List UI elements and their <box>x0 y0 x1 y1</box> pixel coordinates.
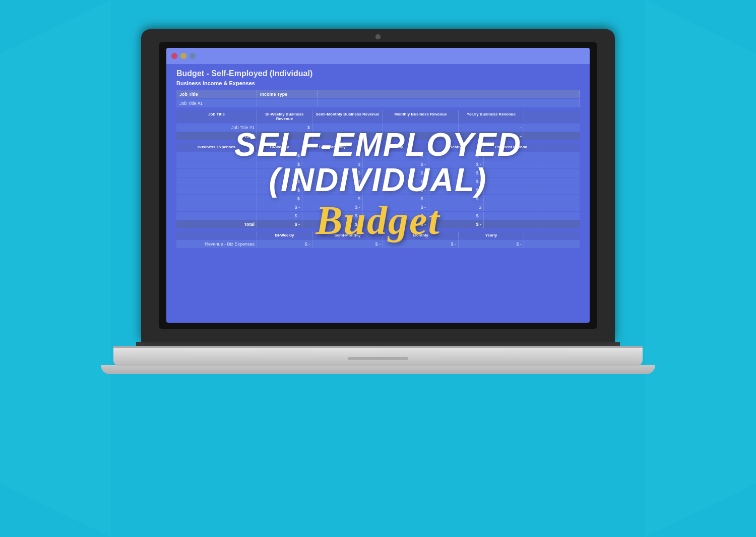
exp-total-label: Total <box>176 220 257 228</box>
rev-col-yearly: Yearly Business Revenue <box>459 110 524 123</box>
exp-col-yearly: Yearly <box>428 143 484 151</box>
exp-col-semimonthly: Semi-Monthly <box>302 143 363 151</box>
exp-row-8: $ -$ -$ -$ - <box>176 212 580 220</box>
net-col-biweekly: Bi-Weekly <box>257 231 312 239</box>
exp-total-yearly: $ - <box>428 220 484 228</box>
exp-col-method: Payment Method <box>484 143 539 151</box>
income-empty <box>318 99 580 107</box>
expenses-section: Business Expenses Bi-Weekly Semi-Monthly… <box>176 143 580 228</box>
exp-total-monthly: $ - <box>363 220 428 228</box>
net-col-yearly: Yearly <box>459 231 524 239</box>
expenses-total-row: Total $ - $ - $ - $ - <box>176 220 580 228</box>
exp-col-biweekly: Bi-Weekly <box>257 143 302 151</box>
rev-monthly-1 <box>383 124 459 132</box>
income-job-title: Job Title #1 <box>176 99 257 107</box>
exp-col-expense: Business Expenses <box>176 143 257 151</box>
laptop-hinge <box>136 342 620 346</box>
laptop-base <box>113 346 643 366</box>
trackpad-notch <box>348 357 408 360</box>
net-col-semimonthly: Semi-Monthly <box>312 231 383 239</box>
exp-total-method <box>484 220 539 228</box>
laptop-foot <box>101 365 655 374</box>
net-yearly: $ - <box>459 240 524 248</box>
rev-total-yearly: - <box>459 132 524 140</box>
rev-total-biweekly: $ <box>257 132 312 140</box>
laptop-screen: Budget - Self-Employed (Individual) Busi… <box>166 48 590 323</box>
rev-total-semimonthly <box>312 132 383 140</box>
rev-total-label: Total <box>176 132 257 140</box>
laptop-lid: Budget - Self-Employed (Individual) Busi… <box>141 29 615 342</box>
exp-row-4: $$$ -$ - <box>176 177 580 186</box>
exp-row-6: $$$ -$ - <box>176 195 580 203</box>
net-semimonthly: $ - <box>312 240 383 248</box>
net-header: Bi-Weekly Semi-Monthly Monthly Yearly <box>176 231 580 239</box>
spreadsheet-subtitle: Business Income & Expenses <box>176 80 580 86</box>
exp-row-7: $ -$ -$ -$ <box>176 203 580 211</box>
spreadsheet-content: Budget - Self-Employed (Individual) Busi… <box>166 64 590 254</box>
revenue-data-row-1: Job Title #1 $ - <box>176 124 580 132</box>
browser-chrome <box>166 48 590 64</box>
browser-dot-close[interactable] <box>171 53 177 59</box>
income-type-val <box>257 99 318 107</box>
left-panel <box>0 0 111 537</box>
exp-row-3: $$$ -$ - <box>176 169 580 177</box>
exp-col-monthly: Monthly <box>363 143 428 151</box>
browser-dot-minimize[interactable] <box>180 53 186 59</box>
rev-job-1: Job Title #1 <box>176 124 257 132</box>
rev-col-biweekly: Bi-Weekly Business Revenue <box>257 110 312 123</box>
net-data-row: Revenue - Biz Expenses $ - $ - $ - $ - <box>176 240 580 248</box>
revenue-total-row: Total $ - <box>176 132 580 140</box>
laptop-scene: Budget - Self-Employed (Individual) Busi… <box>101 29 655 508</box>
revenue-section: Job Title Bi-Weekly Business Revenue Sem… <box>176 110 580 140</box>
exp-total-semimonthly: $ - <box>302 220 363 228</box>
net-biweekly: $ - <box>257 240 312 248</box>
rev-yearly-1: - <box>459 124 524 132</box>
exp-row-2: $$$ -$ - <box>176 160 580 168</box>
rev-col-semimonthly: Semi-Monthly Business Revenue <box>312 110 383 123</box>
income-data-row: Job Title #1 <box>176 99 580 107</box>
exp-total-biweekly: $ - <box>257 220 302 228</box>
right-panel <box>645 0 756 537</box>
revenue-header: Job Title Bi-Weekly Business Revenue Sem… <box>176 110 580 123</box>
webcam <box>375 34 381 39</box>
expenses-header: Business Expenses Bi-Weekly Semi-Monthly… <box>176 143 580 151</box>
exp-row-5: $$$ -$ - <box>176 186 580 194</box>
net-section: Bi-Weekly Semi-Monthly Monthly Yearly Re… <box>176 231 580 248</box>
net-label: Revenue - Biz Expenses <box>176 240 257 248</box>
exp-row-1: $$$ -$ - <box>176 152 580 160</box>
income-col-job: Job Title <box>176 90 257 98</box>
spreadsheet-title: Budget - Self-Employed (Individual) <box>176 69 580 78</box>
rev-col-job: Job Title <box>176 110 257 123</box>
rev-biweekly-1: $ <box>257 124 312 132</box>
net-col-monthly: Monthly <box>383 231 459 239</box>
rev-col-monthly: Monthly Business Revenue <box>383 110 459 123</box>
net-col-empty <box>176 231 257 239</box>
net-monthly: $ - <box>383 240 459 248</box>
income-header-row: Job Title Income Type <box>176 90 580 98</box>
income-col-type: Income Type <box>257 90 318 98</box>
rev-semimonthly-1 <box>312 124 383 132</box>
income-col-empty <box>318 90 580 98</box>
rev-total-monthly <box>383 132 459 140</box>
screen-bezel: Budget - Self-Employed (Individual) Busi… <box>159 42 597 329</box>
browser-dot-maximize[interactable] <box>190 53 196 59</box>
